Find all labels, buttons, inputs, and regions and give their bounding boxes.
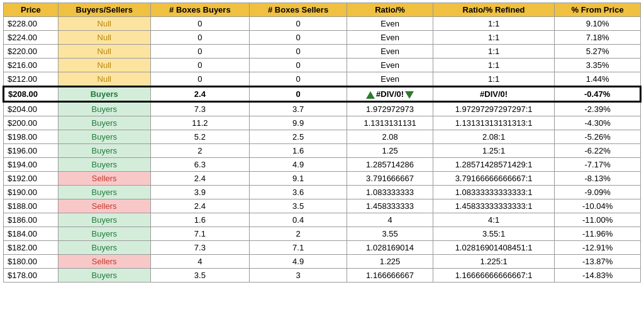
ratio-cell: 3.791666667	[347, 172, 433, 186]
ratio-refined-cell: 4:1	[433, 213, 554, 227]
table-row: $186.00Buyers1.60.444:1-11.00%	[4, 213, 641, 227]
ratio-cell: 1.083333333	[347, 186, 433, 199]
boxes-buyers-cell: 0	[150, 31, 249, 45]
ratio-cell: 1.25	[347, 144, 433, 158]
price-cell: $186.00	[4, 213, 58, 227]
from-price-cell: -11.00%	[555, 213, 641, 227]
buyers-sellers-cell: Sellers	[58, 255, 150, 269]
ratio-cell: 1.972972973	[347, 102, 433, 116]
ratio-refined-cell: 3.55:1	[433, 227, 554, 241]
buyers-sellers-cell: Buyers	[58, 144, 150, 158]
boxes-buyers-cell: 7.3	[150, 241, 249, 255]
buyers-sellers-cell: Buyers	[58, 213, 150, 227]
boxes-buyers-cell: 1.6	[150, 213, 249, 227]
from-price-cell: 5.27%	[555, 45, 641, 59]
table-row: $180.00Sellers44.91.2251.225:1-13.87%	[4, 255, 641, 269]
from-price-cell: 3.35%	[555, 59, 641, 72]
price-cell: $182.00	[4, 241, 58, 255]
ratio-refined-cell: 1:1	[433, 59, 554, 72]
ratio-cell: 1.166666667	[347, 269, 433, 283]
boxes-sellers-cell: 3	[249, 269, 347, 283]
from-price-cell: 7.18%	[555, 31, 641, 45]
ratio-value: #DIV/0!	[376, 89, 404, 99]
price-cell: $198.00	[4, 130, 58, 144]
table-row: $198.00Buyers5.22.52.082.08:1-5.26%	[4, 130, 641, 144]
boxes-buyers-cell: 2.4	[150, 199, 249, 213]
column-header-ratio--: Ratio/%	[347, 3, 433, 17]
from-price-cell: -5.26%	[555, 130, 641, 144]
buyers-sellers-cell: Buyers	[58, 269, 150, 283]
buyers-sellers-cell: Null	[58, 72, 150, 87]
ratio-refined-cell: 1.13131313131313:1	[433, 116, 554, 130]
boxes-sellers-cell: 4.9	[249, 158, 347, 172]
table-row: $224.00Null00Even1:17.18%	[4, 31, 641, 45]
ratio-cell: Even	[347, 45, 433, 59]
from-price-cell: 1.44%	[555, 72, 641, 87]
ratio-refined-cell: 1.28571428571429:1	[433, 158, 554, 172]
from-price-cell: 9.10%	[555, 17, 641, 31]
price-cell: $188.00	[4, 199, 58, 213]
column-header-ratio---refined: Ratio/% Refined	[433, 3, 554, 17]
from-price-cell: -8.13%	[555, 172, 641, 186]
boxes-buyers-cell: 7.3	[150, 102, 249, 116]
boxes-sellers-cell: 9.9	[249, 116, 347, 130]
table-row: $192.00Sellers2.49.13.7916666673.7916666…	[4, 172, 641, 186]
buyers-sellers-cell: Buyers	[58, 186, 150, 199]
price-cell: $192.00	[4, 172, 58, 186]
table-row: $182.00Buyers7.37.11.0281690141.02816901…	[4, 241, 641, 255]
ratio-cell: Even	[347, 59, 433, 72]
price-cell: $180.00	[4, 255, 58, 269]
ratio-refined-cell: #DIV/0!	[433, 87, 554, 102]
buyers-sellers-cell: Null	[58, 59, 150, 72]
boxes-buyers-cell: 4	[150, 255, 249, 269]
buyers-sellers-cell: Buyers	[58, 87, 150, 102]
price-cell: $200.00	[4, 116, 58, 130]
price-cell: $190.00	[4, 186, 58, 199]
ratio-cell: Even	[347, 31, 433, 45]
boxes-sellers-cell: 2	[249, 227, 347, 241]
column-header-price: Price	[4, 3, 58, 17]
ratio-cell: 2.08	[347, 130, 433, 144]
ratio-refined-cell: 1.225:1	[433, 255, 554, 269]
from-price-cell: -13.87%	[555, 255, 641, 269]
boxes-sellers-cell: 1.6	[249, 144, 347, 158]
from-price-cell: -7.17%	[555, 158, 641, 172]
ratio-refined-cell: 1:1	[433, 45, 554, 59]
boxes-buyers-cell: 3.9	[150, 186, 249, 199]
boxes-sellers-cell: 0.4	[249, 213, 347, 227]
triangle-up-icon	[366, 91, 375, 99]
boxes-sellers-cell: 0	[249, 17, 347, 31]
price-cell: $194.00	[4, 158, 58, 172]
ratio-cell: 1.285714286	[347, 158, 433, 172]
boxes-sellers-cell: 0	[249, 31, 347, 45]
table-row: $204.00Buyers7.33.71.9729729731.97297297…	[4, 102, 641, 116]
table-row: $190.00Buyers3.93.61.0833333331.08333333…	[4, 186, 641, 199]
price-cell: $216.00	[4, 59, 58, 72]
boxes-sellers-cell: 4.9	[249, 255, 347, 269]
ratio-cell: 1.1313131131	[347, 116, 433, 130]
boxes-sellers-cell: 2.5	[249, 130, 347, 144]
ratio-cell: 1.225	[347, 255, 433, 269]
ratio-cell: Even	[347, 72, 433, 87]
price-cell: $220.00	[4, 45, 58, 59]
price-cell: $224.00	[4, 31, 58, 45]
boxes-buyers-cell: 2.4	[150, 87, 249, 102]
table-row: $208.00Buyers2.40#DIV/0!#DIV/0!-0.47%	[4, 87, 641, 102]
boxes-buyers-cell: 0	[150, 72, 249, 87]
boxes-sellers-cell: 0	[249, 87, 347, 102]
from-price-cell: -4.30%	[555, 116, 641, 130]
table-row: $188.00Sellers2.43.51.4583333331.4583333…	[4, 199, 641, 213]
ratio-refined-cell: 1.45833333333333:1	[433, 199, 554, 213]
price-cell: $228.00	[4, 17, 58, 31]
buyers-sellers-cell: Buyers	[58, 102, 150, 116]
ratio-refined-cell: 1:1	[433, 72, 554, 87]
price-cell: $178.00	[4, 269, 58, 283]
ratio-refined-cell: 3.79166666666667:1	[433, 172, 554, 186]
table-row: $220.00Null00Even1:15.27%	[4, 45, 641, 59]
from-price-cell: -0.47%	[555, 87, 641, 102]
table-row: $216.00Null00Even1:13.35%	[4, 59, 641, 72]
buyers-sellers-cell: Buyers	[58, 227, 150, 241]
boxes-sellers-cell: 0	[249, 72, 347, 87]
from-price-cell: -2.39%	[555, 102, 641, 116]
boxes-buyers-cell: 0	[150, 45, 249, 59]
